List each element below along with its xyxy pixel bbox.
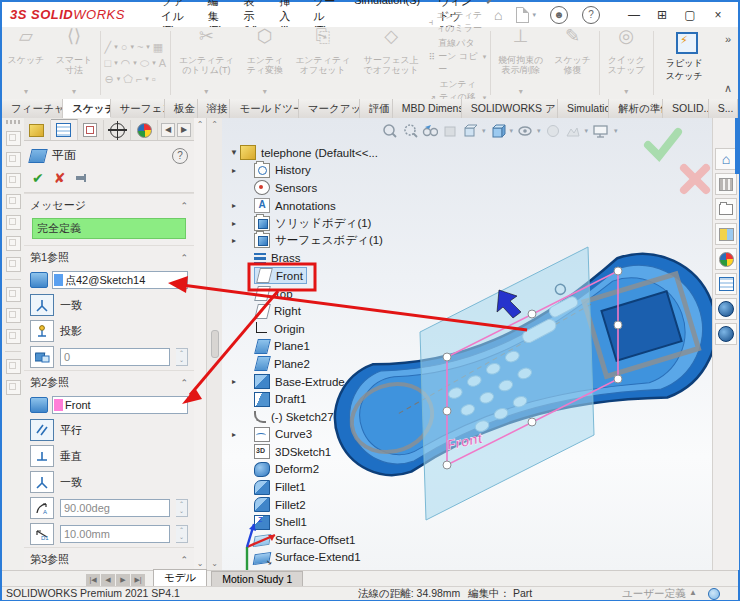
sketch-pattern-icon[interactable]: ▦ (153, 41, 163, 54)
repair-sketch-button[interactable]: ✎ スケッチ修復 (549, 27, 597, 99)
pm-tabs-scroll-left[interactable]: ◀ (161, 123, 175, 137)
user-account-icon[interactable]: ☻ (550, 6, 568, 24)
text-tool-icon[interactable]: A (159, 57, 166, 69)
slot-tool-icon[interactable]: ⊖ (105, 73, 114, 86)
custom-properties-icon[interactable] (715, 273, 737, 295)
appearances-icon[interactable] (715, 248, 737, 270)
ribbon-collapse-button[interactable]: ∧ (724, 82, 732, 95)
cancel-button[interactable]: ✘ (54, 170, 66, 186)
view-cube-icon[interactable] (6, 257, 21, 272)
quick-snaps-dropdown-icon[interactable]: ▾ (624, 87, 628, 97)
tab-sheet-metal[interactable]: 板金 (165, 99, 198, 118)
first-tab-icon[interactable]: |◀ (86, 574, 100, 586)
tab-features[interactable]: フィーチャー (2, 99, 63, 118)
offset-entities-button[interactable]: ⎘ エンティティオフセット (290, 27, 356, 99)
trim-entities-button[interactable]: ✂ エンティティのトリム(T) ▾ (173, 27, 240, 99)
dimxpert-manager-tab[interactable] (104, 120, 131, 140)
ellipse-tool-icon[interactable]: ⬭ (140, 57, 149, 70)
tab-sketch[interactable]: スケッチ (63, 99, 110, 118)
tab-surfaces[interactable]: サーフェス (111, 99, 165, 118)
home-icon[interactable]: ⌂ (494, 8, 502, 22)
status-caret-icon[interactable]: ▲ (689, 588, 697, 597)
view-palette-icon[interactable] (715, 223, 737, 245)
line-tool-icon[interactable]: ╱ (105, 41, 112, 54)
view-cube-icon[interactable] (6, 215, 21, 230)
edit-shortcut-icon[interactable] (6, 308, 21, 323)
pm-tabs-scroll-right[interactable]: ▶ (177, 123, 191, 137)
quick-snaps-button[interactable]: ◎ クイックスナップ ▾ (601, 27, 651, 99)
toolbar-drag-handle[interactable] (6, 120, 20, 124)
tab-nav-buttons[interactable]: |◀ ◀ ▶ ▶| (86, 574, 145, 586)
perpendicular-constraint-button[interactable] (30, 445, 54, 467)
panel-splitter[interactable]: ⌃ ⌄ (207, 118, 223, 570)
angle-spinner[interactable]: ⌃⌄ (176, 499, 188, 517)
coincident-constraint-button[interactable] (30, 294, 54, 316)
view-cube-icon[interactable] (6, 152, 21, 167)
tab-markup[interactable]: マークアップ (299, 99, 360, 118)
tab-evaluate[interactable]: 評価 (360, 99, 393, 118)
parallel-constraint-button[interactable] (30, 419, 54, 441)
display-relations-dropdown-icon[interactable]: ▾ (519, 87, 523, 97)
distance-spinner[interactable]: ⌃⌄ (176, 525, 188, 543)
maximize-button[interactable]: ▢ (676, 8, 704, 22)
copy-shortcut-icon[interactable] (6, 359, 21, 374)
mirror-entities-icon[interactable]: ⫞ (429, 17, 434, 28)
display-manager-tab[interactable] (131, 120, 158, 140)
tab-simulation[interactable]: Simulation (558, 99, 609, 118)
model-tab[interactable]: モデル (153, 569, 207, 587)
tab-mbd-dimension[interactable]: MBD Dimension (393, 99, 462, 118)
offset-on-surface-button[interactable]: ◇ サーフェス上でオフセット (356, 27, 427, 99)
message-section-header[interactable]: メッセージ ⌃ (24, 193, 194, 216)
angle-input[interactable]: 90.00deg (60, 499, 170, 517)
status-globe-icon[interactable] (708, 588, 720, 600)
view-cube-icon[interactable] (6, 236, 21, 251)
new-document-dropdown-icon[interactable]: ▾ (532, 11, 536, 19)
new-document-icon[interactable] (516, 7, 529, 23)
fillet-tool-icon[interactable]: ⌐ (136, 73, 142, 85)
feature-manager-tab[interactable] (24, 120, 51, 140)
sketch-shortcut-icon[interactable] (6, 287, 21, 302)
home-tab-icon[interactable]: ⌂ (715, 148, 737, 170)
convert-dropdown-icon[interactable]: ▾ (263, 87, 267, 97)
ok-button[interactable]: ✔ (32, 170, 44, 186)
3dexperience-icon[interactable] (715, 323, 737, 345)
tab-solid-truncated[interactable]: SOLID... (663, 99, 709, 118)
point-tool-icon[interactable]: ▫ (152, 73, 156, 85)
display-shortcut-icon[interactable] (6, 329, 21, 344)
property-manager-tab[interactable] (51, 119, 78, 140)
splitter-collapse-icon[interactable]: ⌃ (211, 120, 218, 129)
panel-scrollbar[interactable]: ⌃ ⌄ (194, 118, 207, 570)
third-reference-header[interactable]: 第3参照 ⌃ (24, 547, 194, 570)
distance-input[interactable]: 10.00mm (60, 525, 170, 543)
file-explorer-icon[interactable] (715, 198, 737, 220)
tab-addins[interactable]: SOLIDWORKS アドイン (462, 99, 558, 118)
motion-study-tab[interactable]: Motion Study 1 (211, 571, 303, 587)
task-pane-scroll-indicator[interactable] (735, 118, 739, 174)
second-reference-header[interactable]: 第2参照 ⌃ (24, 370, 194, 393)
pin-menu-icon[interactable] (488, 0, 494, 3)
tab-mold-tools[interactable]: モールドツール (230, 99, 298, 118)
first-reference-input[interactable]: 点42@Sketch14 (52, 271, 188, 289)
keep-visible-pin-icon[interactable] (75, 172, 87, 184)
second-reference-input[interactable]: Front (52, 396, 188, 414)
first-reference-header[interactable]: 第1参照 ⌃ (24, 245, 194, 268)
display-delete-relations-button[interactable]: ⊥ 幾何拘束の表示/削除 ▾ (493, 27, 549, 99)
status-units[interactable]: ユーザー定義 (622, 587, 686, 601)
last-tab-icon[interactable]: ▶| (131, 574, 145, 586)
ribbon-overflow-button[interactable]: » (725, 33, 731, 45)
convert-entities-button[interactable]: ⬡ エンティティ変換 ▾ (240, 27, 290, 99)
prev-tab-icon[interactable]: ◀ (101, 574, 115, 586)
scroll-up-icon[interactable]: ⌃ (197, 120, 204, 129)
sketch-button[interactable]: ▱ スケッチ ▾ (2, 27, 50, 99)
offset-count-input[interactable]: 0 (60, 348, 170, 366)
polygon-tool-icon[interactable]: ⬠ (123, 73, 133, 86)
rectangle-tool-icon[interactable]: □ (105, 57, 112, 69)
trim-dropdown-icon[interactable]: ▾ (204, 87, 208, 97)
scroll-down-icon[interactable]: ⌄ (197, 559, 204, 568)
arc-tool-icon[interactable]: ◠ (121, 57, 131, 70)
offset-spinner[interactable]: ⌃⌄ (176, 348, 188, 366)
view-cube-icon[interactable] (6, 194, 21, 209)
configuration-manager-tab[interactable] (78, 120, 105, 140)
tab-weldments[interactable]: 溶接 (198, 99, 231, 118)
splitter-handle[interactable] (211, 330, 219, 358)
